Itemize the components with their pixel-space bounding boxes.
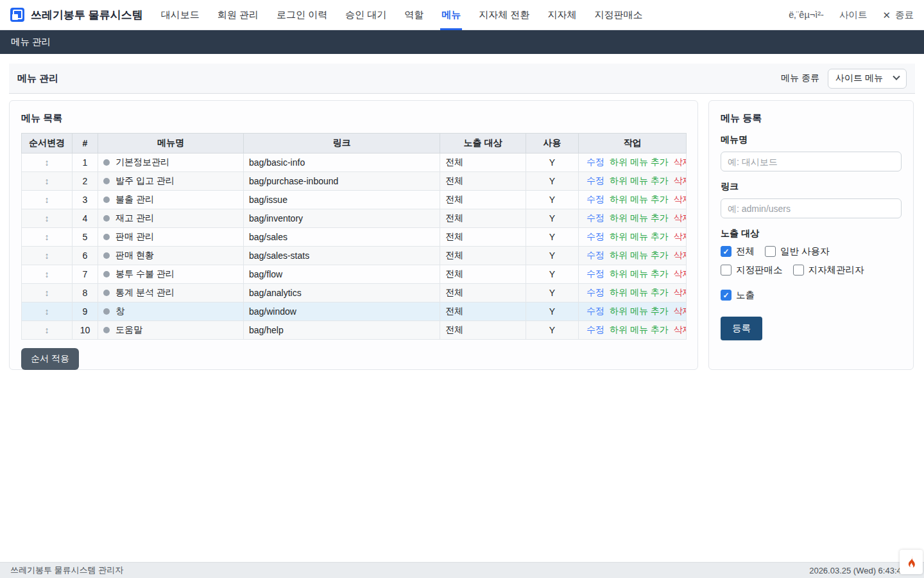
add-submenu-link[interactable]: 하위 메뉴 추가 (610, 250, 669, 260)
reorder-cell: ↕ (22, 247, 73, 265)
edit-link[interactable]: 수정 (586, 250, 604, 260)
row-number: 9 (73, 302, 98, 321)
menu-link: bag/basic-info (244, 153, 440, 172)
reorder-handle-icon[interactable]: ↕ (45, 176, 49, 186)
delete-link[interactable]: 삭제 (674, 175, 687, 186)
delete-link[interactable]: 삭제 (674, 213, 687, 223)
add-submenu-link[interactable]: 하위 메뉴 추가 (610, 231, 669, 241)
site-link[interactable]: 사이트 (839, 9, 868, 21)
nav-item[interactable]: 대시보드 (152, 0, 209, 30)
menu-bullet-icon (103, 308, 110, 315)
target-checkbox[interactable]: 지자체관리자 (793, 264, 864, 276)
menu-link: bag/help (244, 321, 440, 340)
nav-item[interactable]: 로그인 이력 (268, 0, 336, 30)
menu-name-cell: 판매 현황 (98, 247, 244, 265)
delete-link[interactable]: 삭제 (674, 306, 687, 316)
menu-name-cell: 재고 관리 (98, 209, 244, 228)
reorder-handle-icon[interactable]: ↕ (45, 195, 49, 205)
menu-name: 봉투 수불 관리 (116, 268, 175, 279)
menu-target: 전체 (440, 172, 526, 191)
app-title: 쓰레기봉투 물류시스템 (31, 8, 143, 22)
visible-checkbox[interactable]: 노출 (721, 289, 755, 301)
edit-link[interactable]: 수정 (586, 157, 604, 167)
visible-checkbox-row: 노출 (721, 289, 902, 301)
menu-use: Y (526, 228, 579, 247)
menu-use: Y (526, 265, 579, 284)
delete-link[interactable]: 삭제 (674, 268, 687, 279)
delete-link[interactable]: 삭제 (674, 157, 687, 167)
reorder-handle-icon[interactable]: ↕ (45, 288, 49, 298)
delete-link[interactable]: 삭제 (674, 194, 687, 204)
menu-link: bag/purchase-inbound (244, 172, 440, 191)
table-row: ↕1기본정보관리bag/basic-info전체Y수정하위 메뉴 추가삭제 (22, 153, 687, 172)
reorder-handle-icon[interactable]: ↕ (45, 269, 49, 279)
nav-item[interactable]: 역할 (395, 0, 432, 30)
nav-item[interactable]: 지자체 전환 (470, 0, 538, 30)
menu-use: Y (526, 321, 579, 340)
edit-link[interactable]: 수정 (586, 324, 604, 335)
menu-link: bag/flow (244, 265, 440, 284)
col-use: 사용 (526, 134, 579, 153)
target-checkbox[interactable]: 전체 (721, 245, 755, 258)
target-checkbox[interactable]: 일반 사용자 (765, 245, 830, 258)
menu-target: 전체 (440, 321, 526, 340)
menu-register-title: 메뉴 등록 (721, 112, 902, 125)
page-title: 메뉴 관리 (17, 73, 58, 85)
delete-link[interactable]: 삭제 (674, 250, 687, 260)
delete-link[interactable]: 삭제 (674, 231, 687, 241)
nav-item[interactable]: 승인 대기 (336, 0, 395, 30)
menu-name-cell: 기본정보관리 (98, 153, 244, 172)
add-submenu-link[interactable]: 하위 메뉴 추가 (610, 324, 669, 335)
delete-link[interactable]: 삭제 (674, 287, 687, 297)
reorder-cell: ↕ (22, 172, 73, 191)
table-row: ↕2발주 입고 관리bag/purchase-inbound전체Y수정하위 메뉴… (22, 172, 687, 191)
menu-name: 통계 분석 관리 (116, 287, 175, 297)
nav-menu: 대시보드회원 관리로그인 이력승인 대기역할메뉴지자체 전환지자체지정판매소 (152, 0, 652, 30)
nav-item[interactable]: 지자체 (538, 0, 585, 30)
reorder-handle-icon[interactable]: ↕ (45, 325, 49, 335)
apply-order-button[interactable]: 순서 적용 (21, 348, 79, 370)
add-submenu-link[interactable]: 하위 메뉴 추가 (610, 306, 669, 316)
menu-name-input[interactable] (721, 152, 902, 171)
menu-target: 전체 (440, 191, 526, 209)
edit-link[interactable]: 수정 (586, 213, 604, 223)
add-submenu-link[interactable]: 하위 메뉴 추가 (610, 213, 669, 223)
menu-link-input[interactable] (721, 198, 902, 218)
nav-item[interactable]: 지정판매소 (585, 0, 651, 30)
target-checkbox[interactable]: 지정판매소 (721, 264, 783, 276)
reorder-handle-icon[interactable]: ↕ (45, 250, 49, 261)
reorder-handle-icon[interactable]: ↕ (45, 232, 49, 242)
edit-link[interactable]: 수정 (586, 194, 604, 204)
logout-button[interactable]: ✕ 종료 (882, 9, 914, 21)
reorder-handle-icon[interactable]: ↕ (45, 157, 49, 168)
menu-register-card: 메뉴 등록 메뉴명 링크 노출 대상 전체일반 사용자지정판매소지자체관리자 노… (708, 100, 914, 370)
edit-link[interactable]: 수정 (586, 231, 604, 241)
add-submenu-link[interactable]: 하위 메뉴 추가 (610, 194, 669, 204)
menu-table-body: ↕1기본정보관리bag/basic-info전체Y수정하위 메뉴 추가삭제↕2발… (22, 153, 687, 340)
nav-item[interactable]: 회원 관리 (209, 0, 268, 30)
menu-target: 전체 (440, 209, 526, 228)
add-submenu-link[interactable]: 하위 메뉴 추가 (610, 287, 669, 297)
menu-bullet-icon (103, 234, 110, 240)
debug-toolbar-button[interactable] (900, 550, 923, 574)
edit-link[interactable]: 수정 (586, 175, 604, 186)
edit-link[interactable]: 수정 (586, 287, 604, 297)
add-submenu-link[interactable]: 하위 메뉴 추가 (610, 175, 669, 186)
register-button[interactable]: 등록 (721, 317, 762, 340)
add-submenu-link[interactable]: 하위 메뉴 추가 (610, 157, 669, 167)
menu-target: 전체 (440, 302, 526, 321)
reorder-handle-icon[interactable]: ↕ (45, 306, 49, 317)
reorder-handle-icon[interactable]: ↕ (45, 213, 49, 223)
delete-link[interactable]: 삭제 (674, 324, 687, 335)
row-number: 7 (73, 265, 98, 284)
nav-item[interactable]: 메뉴 (432, 0, 470, 30)
menu-type-select[interactable]: 사이트 메뉴 (828, 69, 907, 89)
menu-use: Y (526, 209, 579, 228)
edit-link[interactable]: 수정 (586, 306, 604, 316)
checkbox-checked-icon (721, 246, 732, 257)
reorder-cell: ↕ (22, 302, 73, 321)
add-submenu-link[interactable]: 하위 메뉴 추가 (610, 268, 669, 279)
menu-bullet-icon (103, 215, 110, 222)
edit-link[interactable]: 수정 (586, 268, 604, 279)
page-header: 메뉴 관리 메뉴 종류 사이트 메뉴 (9, 64, 915, 94)
